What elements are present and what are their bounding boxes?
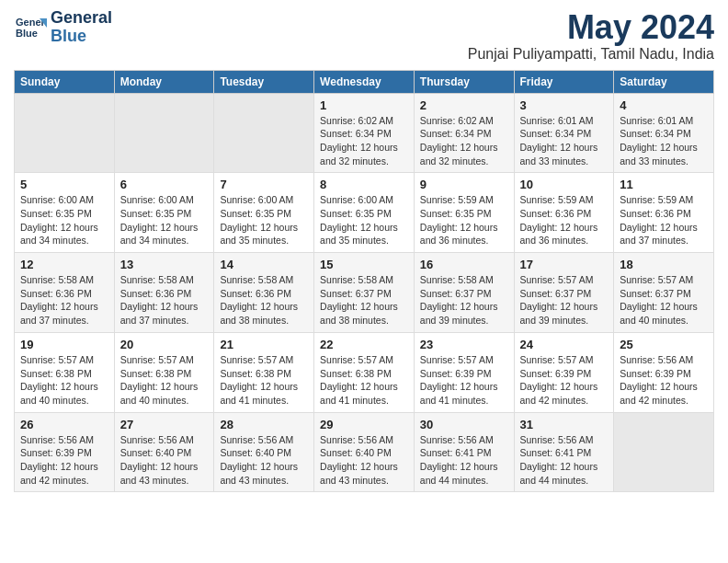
day-number: 25 <box>620 338 708 351</box>
week-row-3: 12Sunrise: 5:58 AMSunset: 6:36 PMDayligh… <box>15 253 714 333</box>
day-info: Sunrise: 5:58 AMSunset: 6:37 PMDaylight:… <box>420 273 508 327</box>
day-number: 6 <box>120 178 209 191</box>
week-row-1: 1Sunrise: 6:02 AMSunset: 6:34 PMDaylight… <box>15 93 714 173</box>
weekday-header-thursday: Thursday <box>414 70 514 93</box>
day-number: 13 <box>120 258 209 271</box>
calendar-cell: 30Sunrise: 5:56 AMSunset: 6:41 PMDayligh… <box>414 412 514 492</box>
calendar-cell: 2Sunrise: 6:02 AMSunset: 6:34 PMDaylight… <box>414 93 514 173</box>
weekday-header-sunday: Sunday <box>15 70 115 93</box>
calendar-cell <box>214 93 314 173</box>
weekday-header-tuesday: Tuesday <box>214 70 314 93</box>
calendar-cell: 17Sunrise: 5:57 AMSunset: 6:37 PMDayligh… <box>514 253 614 333</box>
calendar-cell: 7Sunrise: 6:00 AMSunset: 6:35 PMDaylight… <box>214 173 314 253</box>
weekday-header-row: SundayMondayTuesdayWednesdayThursdayFrid… <box>15 70 714 93</box>
day-number: 3 <box>520 98 609 112</box>
calendar-cell <box>114 93 214 173</box>
day-number: 12 <box>20 258 108 271</box>
day-info: Sunrise: 6:02 AMSunset: 6:34 PMDaylight:… <box>320 114 408 168</box>
calendar-cell: 24Sunrise: 5:57 AMSunset: 6:39 PMDayligh… <box>514 332 614 412</box>
day-number: 27 <box>120 418 209 431</box>
day-info: Sunrise: 5:59 AMSunset: 6:35 PMDaylight:… <box>420 193 508 247</box>
calendar-cell: 22Sunrise: 5:57 AMSunset: 6:38 PMDayligh… <box>314 332 415 412</box>
day-info: Sunrise: 5:59 AMSunset: 6:36 PMDaylight:… <box>620 193 708 247</box>
day-info: Sunrise: 5:58 AMSunset: 6:37 PMDaylight:… <box>320 273 408 327</box>
calendar-cell: 28Sunrise: 5:56 AMSunset: 6:40 PMDayligh… <box>214 412 314 492</box>
day-number: 18 <box>620 258 708 271</box>
day-number: 16 <box>420 258 508 271</box>
weekday-header-saturday: Saturday <box>614 70 714 93</box>
day-number: 20 <box>120 338 209 351</box>
calendar-cell: 10Sunrise: 5:59 AMSunset: 6:36 PMDayligh… <box>514 173 614 253</box>
day-info: Sunrise: 5:56 AMSunset: 6:40 PMDaylight:… <box>320 433 408 488</box>
day-info: Sunrise: 5:56 AMSunset: 6:39 PMDaylight:… <box>620 353 708 408</box>
day-info: Sunrise: 6:01 AMSunset: 6:34 PMDaylight:… <box>520 114 609 168</box>
day-number: 14 <box>220 258 308 271</box>
day-number: 7 <box>220 178 308 191</box>
day-info: Sunrise: 5:57 AMSunset: 6:38 PMDaylight:… <box>120 353 209 408</box>
week-row-2: 5Sunrise: 6:00 AMSunset: 6:35 PMDaylight… <box>15 173 714 253</box>
day-number: 19 <box>20 338 108 351</box>
weekday-header-wednesday: Wednesday <box>314 70 415 93</box>
day-info: Sunrise: 5:57 AMSunset: 6:38 PMDaylight:… <box>220 353 308 408</box>
day-info: Sunrise: 6:00 AMSunset: 6:35 PMDaylight:… <box>120 193 209 247</box>
day-number: 5 <box>20 178 108 191</box>
day-number: 9 <box>420 178 508 191</box>
svg-text:General: General <box>16 17 47 28</box>
day-info: Sunrise: 5:58 AMSunset: 6:36 PMDaylight:… <box>120 273 209 327</box>
day-info: Sunrise: 5:56 AMSunset: 6:41 PMDaylight:… <box>520 433 609 488</box>
calendar-cell <box>15 93 115 173</box>
page-header: General Blue General Blue May 2024 Punja… <box>14 9 714 63</box>
day-number: 4 <box>620 98 708 112</box>
day-info: Sunrise: 5:57 AMSunset: 6:38 PMDaylight:… <box>20 353 108 408</box>
week-row-4: 19Sunrise: 5:57 AMSunset: 6:38 PMDayligh… <box>15 332 714 412</box>
day-number: 17 <box>520 258 609 271</box>
day-number: 22 <box>320 338 408 351</box>
calendar-cell: 16Sunrise: 5:58 AMSunset: 6:37 PMDayligh… <box>414 253 514 333</box>
calendar-cell: 8Sunrise: 6:00 AMSunset: 6:35 PMDaylight… <box>314 173 415 253</box>
logo-line2: Blue <box>51 28 112 46</box>
logo-line1: General <box>51 9 112 28</box>
day-info: Sunrise: 5:57 AMSunset: 6:39 PMDaylight:… <box>520 353 609 408</box>
calendar-cell: 5Sunrise: 6:00 AMSunset: 6:35 PMDaylight… <box>15 173 115 253</box>
calendar-cell: 21Sunrise: 5:57 AMSunset: 6:38 PMDayligh… <box>214 332 314 412</box>
day-number: 1 <box>320 98 408 112</box>
calendar-cell: 23Sunrise: 5:57 AMSunset: 6:39 PMDayligh… <box>414 332 514 412</box>
day-number: 15 <box>320 258 408 271</box>
page-subtitle: Punjai Puliyampatti, Tamil Nadu, India <box>468 46 714 63</box>
calendar-cell: 3Sunrise: 6:01 AMSunset: 6:34 PMDaylight… <box>514 93 614 173</box>
day-number: 10 <box>520 178 609 191</box>
calendar-cell: 13Sunrise: 5:58 AMSunset: 6:36 PMDayligh… <box>114 253 214 333</box>
day-info: Sunrise: 5:58 AMSunset: 6:36 PMDaylight:… <box>220 273 308 327</box>
day-info: Sunrise: 5:58 AMSunset: 6:36 PMDaylight:… <box>20 273 108 327</box>
day-number: 21 <box>220 338 308 351</box>
day-number: 29 <box>320 418 408 431</box>
calendar-cell: 15Sunrise: 5:58 AMSunset: 6:37 PMDayligh… <box>314 253 415 333</box>
day-info: Sunrise: 6:01 AMSunset: 6:34 PMDaylight:… <box>620 114 708 168</box>
day-number: 26 <box>20 418 108 431</box>
calendar-cell: 18Sunrise: 5:57 AMSunset: 6:37 PMDayligh… <box>614 253 714 333</box>
day-info: Sunrise: 5:57 AMSunset: 6:39 PMDaylight:… <box>420 353 508 408</box>
page-title: May 2024 <box>468 9 714 46</box>
title-block: May 2024 Punjai Puliyampatti, Tamil Nadu… <box>468 9 714 63</box>
day-number: 24 <box>520 338 609 351</box>
day-info: Sunrise: 6:00 AMSunset: 6:35 PMDaylight:… <box>320 193 408 247</box>
day-info: Sunrise: 5:56 AMSunset: 6:40 PMDaylight:… <box>120 433 209 488</box>
calendar-cell <box>614 412 714 492</box>
day-number: 2 <box>420 98 508 112</box>
calendar-cell: 26Sunrise: 5:56 AMSunset: 6:39 PMDayligh… <box>15 412 115 492</box>
weekday-header-friday: Friday <box>514 70 614 93</box>
calendar-cell: 6Sunrise: 6:00 AMSunset: 6:35 PMDaylight… <box>114 173 214 253</box>
day-info: Sunrise: 5:59 AMSunset: 6:36 PMDaylight:… <box>520 193 609 247</box>
calendar-cell: 27Sunrise: 5:56 AMSunset: 6:40 PMDayligh… <box>114 412 214 492</box>
calendar-table: SundayMondayTuesdayWednesdayThursdayFrid… <box>14 70 714 493</box>
calendar-cell: 25Sunrise: 5:56 AMSunset: 6:39 PMDayligh… <box>614 332 714 412</box>
day-number: 28 <box>220 418 308 431</box>
calendar-cell: 1Sunrise: 6:02 AMSunset: 6:34 PMDaylight… <box>314 93 415 173</box>
logo-icon: General Blue <box>14 11 47 44</box>
calendar-cell: 14Sunrise: 5:58 AMSunset: 6:36 PMDayligh… <box>214 253 314 333</box>
day-info: Sunrise: 5:56 AMSunset: 6:40 PMDaylight:… <box>220 433 308 488</box>
calendar-cell: 20Sunrise: 5:57 AMSunset: 6:38 PMDayligh… <box>114 332 214 412</box>
day-number: 11 <box>620 178 708 191</box>
svg-text:Blue: Blue <box>16 28 38 39</box>
logo: General Blue General Blue <box>14 9 112 46</box>
